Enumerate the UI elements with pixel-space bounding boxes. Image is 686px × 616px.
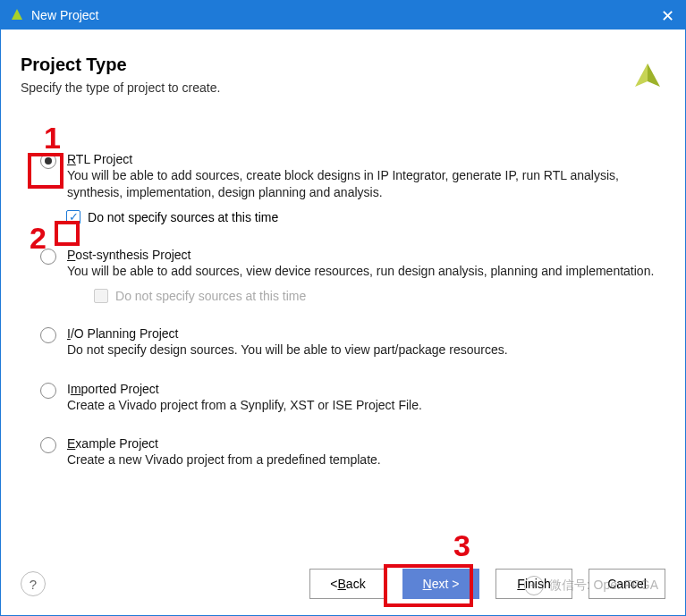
checkbox-row-rtl-nosources[interactable]: Do not specify sources at this time: [66, 210, 665, 224]
svg-marker-0: [12, 9, 22, 20]
option-io-planning[interactable]: I/O Planning Project Do not specify desi…: [40, 326, 665, 359]
app-icon: [10, 8, 24, 22]
radio-example[interactable]: [40, 437, 56, 453]
label-post-nosources: Do not specify sources at this time: [115, 289, 306, 303]
annotation-number-3: 3: [453, 528, 470, 563]
close-icon[interactable]: ✕: [661, 6, 674, 26]
label-io-planning: I/O Planning Project: [67, 326, 665, 341]
vivado-logo-icon: [630, 60, 665, 98]
cancel-button[interactable]: Cancel: [589, 569, 665, 599]
checkbox-post-nosources: [94, 289, 108, 303]
option-post-synthesis[interactable]: Post-synthesis Project You will be able …: [40, 248, 665, 303]
checkbox-rtl-nosources[interactable]: [66, 210, 80, 224]
label-post-synthesis: Post-synthesis Project: [67, 248, 665, 262]
back-button[interactable]: < Back: [309, 569, 386, 599]
desc-imported: Create a Vivado project from a Synplify,…: [67, 397, 665, 414]
help-button[interactable]: ?: [21, 571, 46, 596]
desc-io-planning: Do not specify design sources. You will …: [67, 342, 665, 359]
svg-marker-1: [648, 63, 660, 87]
page-subtitle: Specify the type of project to create.: [21, 80, 220, 95]
svg-marker-2: [635, 63, 648, 87]
desc-rtl-project: You will be able to add sources, create …: [67, 167, 665, 201]
finish-button[interactable]: Finish: [495, 569, 572, 599]
radio-post-synthesis[interactable]: [40, 249, 56, 265]
label-imported: Imported Project: [67, 382, 665, 396]
checkbox-row-post-nosources: Do not specify sources at this time: [94, 289, 665, 303]
option-imported[interactable]: Imported Project Create a Vivado project…: [40, 382, 665, 414]
option-example[interactable]: Example Project Create a new Vivado proj…: [40, 436, 665, 468]
label-rtl-nosources: Do not specify sources at this time: [88, 210, 278, 224]
desc-example: Create a new Vivado project from a prede…: [67, 451, 665, 468]
label-rtl-project: RTL Project: [67, 152, 665, 166]
radio-imported[interactable]: [40, 383, 56, 399]
next-button[interactable]: Next >: [402, 569, 479, 599]
titlebar: New Project ✕: [1, 1, 685, 30]
radio-io-planning[interactable]: [40, 327, 56, 343]
desc-post-synthesis: You will be able to add sources, view de…: [67, 263, 665, 280]
page-title: Project Type: [21, 55, 220, 75]
radio-rtl-project[interactable]: [40, 153, 56, 169]
option-rtl-project[interactable]: RTL Project You will be able to add sour…: [40, 152, 665, 224]
window-title: New Project: [31, 8, 98, 22]
label-example: Example Project: [67, 436, 665, 451]
